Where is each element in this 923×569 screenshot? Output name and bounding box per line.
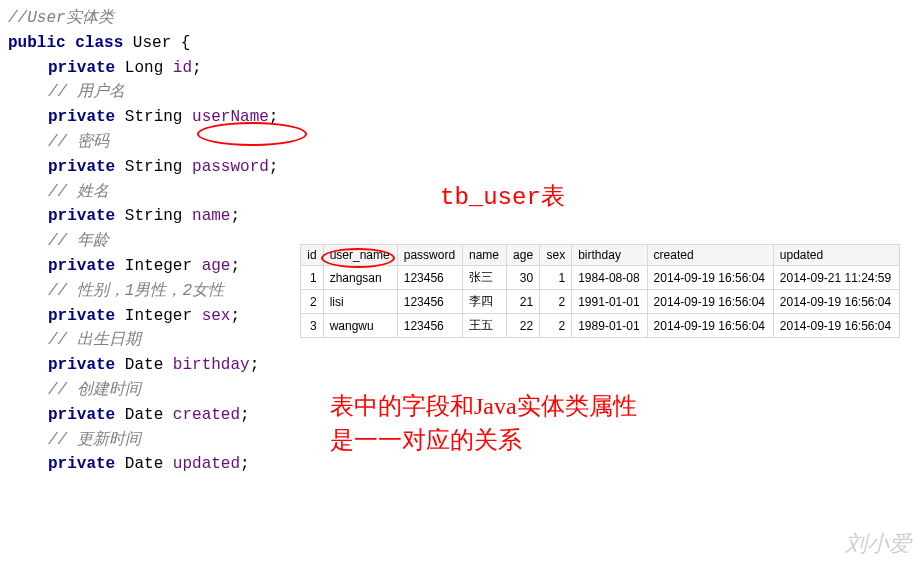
table-cell: 2014-09-21 11:24:59 bbox=[773, 266, 899, 290]
comment-password: // 密码 bbox=[48, 133, 109, 151]
table-title: tb_user表 bbox=[440, 180, 565, 212]
description-text: 表中的字段和Java实体类属性 是一一对应的关系 bbox=[330, 390, 637, 457]
table-row: 2lisi123456李四2121991-01-012014-09-19 16:… bbox=[301, 290, 900, 314]
watermark-text: 刘小爱 bbox=[845, 529, 911, 559]
comment-class: //User实体类 bbox=[8, 9, 114, 27]
field-name: name bbox=[192, 207, 230, 225]
field-updated: updated bbox=[173, 455, 240, 473]
col-created: created bbox=[647, 245, 773, 266]
table-cell: 2014-09-19 16:56:04 bbox=[773, 290, 899, 314]
col-password: password bbox=[397, 245, 462, 266]
table-cell: 22 bbox=[506, 314, 539, 338]
comment-age: // 年龄 bbox=[48, 232, 109, 250]
table-cell: 123456 bbox=[397, 266, 462, 290]
table-header-row: id user_name password name age sex birth… bbox=[301, 245, 900, 266]
kw-class: class bbox=[75, 34, 123, 52]
table-cell: 李四 bbox=[462, 290, 506, 314]
table-cell: 2 bbox=[540, 314, 572, 338]
kw-public: public bbox=[8, 34, 66, 52]
comment-name: // 姓名 bbox=[48, 183, 109, 201]
table-cell: 1 bbox=[301, 266, 324, 290]
field-password: password bbox=[192, 158, 269, 176]
col-id: id bbox=[301, 245, 324, 266]
table-cell: 2014-09-19 16:56:04 bbox=[647, 290, 773, 314]
table-cell: 王五 bbox=[462, 314, 506, 338]
col-birthday: birthday bbox=[572, 245, 647, 266]
table-cell: 2014-09-19 16:56:04 bbox=[647, 266, 773, 290]
table-cell: 1989-01-01 bbox=[572, 314, 647, 338]
table-cell: 2 bbox=[301, 290, 324, 314]
col-user-name: user_name bbox=[323, 245, 397, 266]
field-birthday: birthday bbox=[173, 356, 250, 374]
table-cell: 123456 bbox=[397, 290, 462, 314]
col-sex: sex bbox=[540, 245, 572, 266]
table-cell: 3 bbox=[301, 314, 324, 338]
col-age: age bbox=[506, 245, 539, 266]
table-row: 3wangwu123456王五2221989-01-012014-09-19 1… bbox=[301, 314, 900, 338]
field-sex: sex bbox=[202, 307, 231, 325]
field-created: created bbox=[173, 406, 240, 424]
table-cell: 21 bbox=[506, 290, 539, 314]
col-updated: updated bbox=[773, 245, 899, 266]
table-cell: 1 bbox=[540, 266, 572, 290]
comment-sex: // 性别，1男性，2女性 bbox=[48, 282, 224, 300]
comment-updated: // 更新时间 bbox=[48, 431, 141, 449]
table-cell: 30 bbox=[506, 266, 539, 290]
field-age: age bbox=[202, 257, 231, 275]
table-cell: 1984-08-08 bbox=[572, 266, 647, 290]
comment-username: // 用户名 bbox=[48, 83, 125, 101]
table-cell: 123456 bbox=[397, 314, 462, 338]
table-row: 1zhangsan123456张三3011984-08-082014-09-19… bbox=[301, 266, 900, 290]
db-table: id user_name password name age sex birth… bbox=[300, 244, 900, 338]
comment-birthday: // 出生日期 bbox=[48, 331, 141, 349]
class-name: User bbox=[133, 34, 171, 52]
desc-line-2: 是一一对应的关系 bbox=[330, 424, 637, 458]
table-cell: 2 bbox=[540, 290, 572, 314]
table-cell: 2014-09-19 16:56:04 bbox=[773, 314, 899, 338]
table-cell: zhangsan bbox=[323, 266, 397, 290]
desc-line-1: 表中的字段和Java实体类属性 bbox=[330, 390, 637, 424]
field-id: id bbox=[173, 59, 192, 77]
field-username: userName bbox=[192, 108, 269, 126]
comment-created: // 创建时间 bbox=[48, 381, 141, 399]
table-cell: 张三 bbox=[462, 266, 506, 290]
table-cell: 2014-09-19 16:56:04 bbox=[647, 314, 773, 338]
col-name: name bbox=[462, 245, 506, 266]
table-cell: 1991-01-01 bbox=[572, 290, 647, 314]
table-cell: lisi bbox=[323, 290, 397, 314]
table-cell: wangwu bbox=[323, 314, 397, 338]
